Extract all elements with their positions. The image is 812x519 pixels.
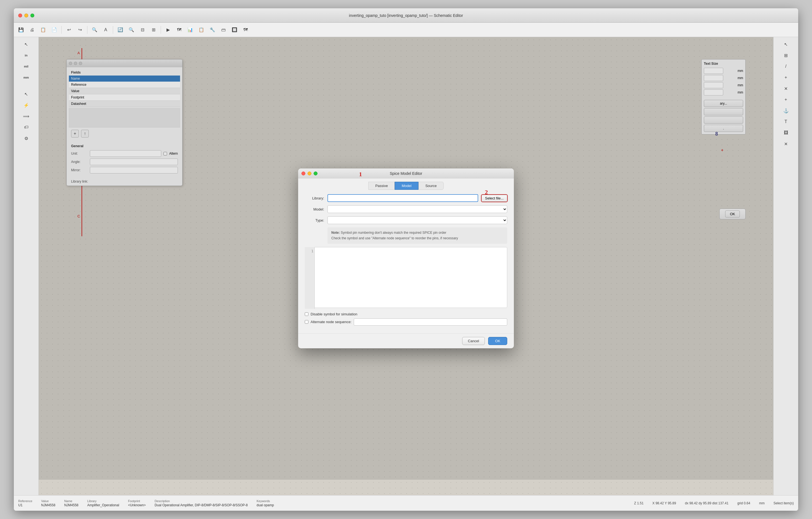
canvas-area[interactable]: A B C Fields	[39, 37, 773, 495]
library-status-value: Amplifier_Operational	[87, 503, 119, 507]
modal-overlay: Spice Model Editor 1 Passive Model Sourc…	[39, 37, 773, 480]
cancel-button[interactable]: Cancel	[462, 337, 485, 345]
tab-source[interactable]: Source	[418, 182, 444, 190]
refresh-tool[interactable]: 🔄	[115, 25, 125, 35]
zoom-fit-tool[interactable]: ⊞	[148, 25, 158, 35]
map-tool-1[interactable]: 🗺	[174, 25, 184, 35]
keywords-status: Keywords dual opamp	[257, 499, 274, 507]
model-select[interactable]	[327, 205, 507, 213]
bus-tool[interactable]: ⟹	[21, 111, 31, 121]
disable-simulation-label: Disable symbol for simulation	[311, 312, 357, 316]
type-select-wrapper	[327, 217, 507, 224]
copy-tool[interactable]: 📋	[38, 25, 48, 35]
dialog-min-button[interactable]	[308, 172, 312, 175]
list-tool[interactable]: 📋	[196, 25, 206, 35]
find-tool[interactable]: 🔍	[90, 25, 99, 35]
ok-button[interactable]: OK	[488, 337, 507, 345]
type-label: Type:	[305, 218, 324, 223]
line-numbers: 1	[305, 247, 315, 309]
name-status-label: Name	[64, 499, 78, 503]
minimize-button[interactable]	[24, 13, 28, 18]
line-number-1: 1	[306, 249, 313, 253]
run-tool[interactable]: ▶	[163, 25, 173, 35]
tab-model[interactable]: Model	[395, 182, 418, 190]
separator-1	[61, 26, 62, 34]
keywords-status-label: Keywords	[257, 499, 274, 503]
footprint-status-value: <Unknown>	[128, 503, 146, 507]
spice-model-dialog: Spice Model Editor 1 Passive Model Sourc…	[298, 169, 514, 348]
alternate-node-label: Alternate node sequence:	[311, 320, 351, 324]
cross-tool[interactable]: +	[781, 95, 791, 105]
zoom-out-tool[interactable]: ⊟	[138, 25, 147, 35]
mil-unit[interactable]: mil	[21, 61, 31, 71]
zoom-status: Z 1.51	[634, 501, 644, 505]
select-tool[interactable]: ↖	[21, 39, 31, 49]
print-tool[interactable]: 🖨	[27, 25, 37, 35]
library-input[interactable]	[327, 194, 478, 202]
add-tool[interactable]: +	[781, 73, 791, 82]
pointer-tool[interactable]: ↖	[21, 89, 31, 99]
delete-tool[interactable]: ✕	[781, 139, 791, 149]
alternate-node-input[interactable]	[354, 318, 507, 326]
model-row: Model:	[305, 205, 507, 213]
reference-status: Reference U1	[18, 499, 32, 507]
settings-tool[interactable]: 🔧	[207, 25, 218, 35]
main-content: ↖ in mil mm ↖ ⚡ ⟹ 🏷 ⚙ A B C	[14, 37, 798, 495]
mm-unit[interactable]: mm	[21, 73, 31, 82]
file-tool[interactable]: 🗃	[219, 25, 228, 35]
text-tool[interactable]: T	[781, 117, 791, 127]
keywords-status-value: dual opamp	[257, 503, 274, 507]
coord-status: X 98.42 Y 95.89	[652, 501, 676, 505]
left-sidebar: ↖ in mil mm ↖ ⚡ ⟹ 🏷 ⚙	[14, 37, 39, 495]
dialog-options: Disable symbol for simulation Alternate …	[305, 312, 507, 326]
grid-tool[interactable]: ⊞	[781, 50, 791, 60]
paste-tool[interactable]: 📄	[49, 25, 59, 35]
code-area: 1	[305, 247, 507, 309]
x-tool[interactable]: ✕	[781, 84, 791, 93]
map-tool-2[interactable]: 🗺	[241, 25, 251, 35]
library-status-label: Library	[87, 499, 119, 503]
action-status: Select item(s)	[774, 501, 794, 505]
power-tool[interactable]: ⚙	[21, 133, 31, 143]
main-window: inverting_opamp_tuto [inverting_opamp_tu…	[14, 8, 798, 511]
dialog-close-button[interactable]	[301, 172, 305, 175]
in-unit[interactable]: in	[21, 50, 31, 60]
wire-tool[interactable]: ⚡	[21, 100, 31, 110]
label-tool[interactable]: 🏷	[21, 122, 31, 132]
alternate-node-checkbox[interactable]	[305, 320, 308, 324]
footprint-status-label: Footprint	[128, 499, 146, 503]
dialog-max-button[interactable]	[314, 172, 318, 175]
undo-tool[interactable]: ↩	[64, 25, 74, 35]
maximize-button[interactable]	[30, 13, 34, 18]
dialog-note: Note: Symbol pin numbering don't always …	[327, 227, 507, 243]
reference-status-value: U1	[18, 503, 32, 507]
status-bar: Reference U1 Value NJM4558 Name NJM4558 …	[14, 495, 798, 511]
board-tool[interactable]: 🔲	[230, 25, 239, 35]
dialog-content: Library: 2 Select file... Model:	[298, 190, 514, 333]
code-textarea[interactable]	[305, 247, 507, 308]
note-label: Note:	[331, 231, 340, 235]
toolbar: 💾 🖨 📋 📄 ↩ ↪ 🔍 A 🔄 🔍 ⊟ ⊞ ▶ 🗺 📊 📋 🔧 🗃 🔲 🗺	[14, 23, 798, 37]
type-select[interactable]	[327, 217, 507, 224]
image-tool[interactable]: 🖼	[781, 128, 791, 138]
close-button[interactable]	[18, 13, 22, 18]
dialog-title: Spice Model Editor	[390, 171, 422, 176]
table-tool[interactable]: 📊	[185, 25, 195, 35]
separator-2	[87, 26, 87, 34]
wire-right[interactable]: /	[781, 61, 791, 71]
disable-simulation-checkbox[interactable]	[305, 312, 308, 316]
value-status-label: Value	[41, 499, 55, 503]
tab-passive[interactable]: Passive	[368, 182, 395, 190]
annotate-tool[interactable]: A	[101, 25, 111, 35]
save-tool[interactable]: 💾	[16, 25, 26, 35]
redo-tool[interactable]: ↪	[75, 25, 85, 35]
description-status: Description Dual Operational Amplifier, …	[154, 499, 248, 507]
anchor-tool[interactable]: ⚓	[781, 106, 791, 116]
footprint-status: Footprint <Unknown>	[128, 499, 146, 507]
unit-status: mm	[759, 501, 765, 505]
zoom-in-tool[interactable]: 🔍	[126, 25, 136, 35]
dialog-footer: Cancel OK	[298, 334, 514, 348]
grid-status: grid 0.64	[737, 501, 750, 505]
select-tool-right[interactable]: ↖	[781, 39, 791, 49]
dialog-title-bar: Spice Model Editor	[298, 169, 514, 178]
